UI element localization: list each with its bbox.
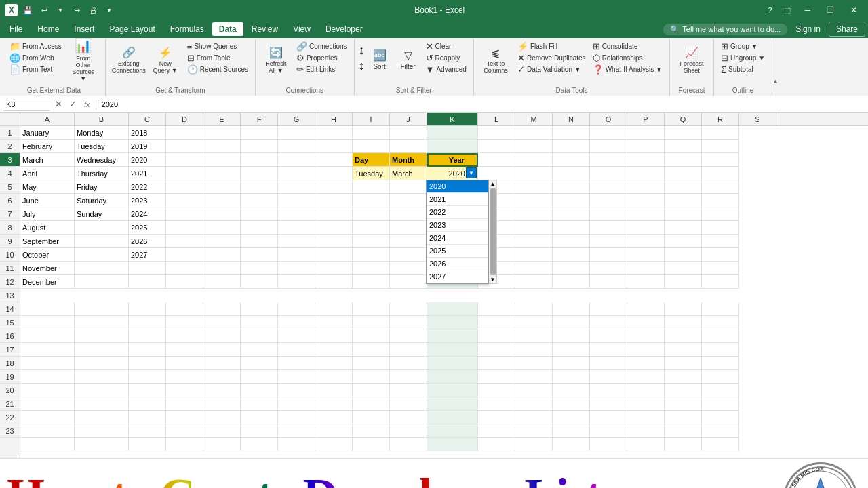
cell-c16[interactable] [129, 343, 166, 357]
cell-d8[interactable] [166, 221, 203, 235]
row-num-11[interactable]: 11 [0, 262, 20, 275]
row-num-23[interactable]: 23 [0, 424, 20, 438]
cell-c13[interactable] [129, 302, 166, 316]
save-icon[interactable]: 💾 [22, 4, 34, 16]
cell-m16[interactable] [515, 343, 553, 357]
cell-r7[interactable] [702, 207, 739, 221]
from-access-btn[interactable]: 📁 From Access [7, 41, 64, 52]
cell-o22[interactable] [590, 424, 627, 438]
cell-b9[interactable] [75, 235, 129, 248]
row-num-1[interactable]: 1 [0, 126, 20, 140]
cell-g11[interactable] [278, 262, 315, 275]
cell-h5[interactable] [315, 180, 353, 194]
cell-b12[interactable] [75, 275, 129, 289]
cell-m17[interactable] [515, 357, 553, 370]
cell-j22[interactable] [390, 424, 427, 438]
reapply-btn[interactable]: ↺ Reapply [423, 52, 469, 64]
cell-f17[interactable] [241, 357, 278, 370]
cell-r1[interactable] [702, 126, 739, 140]
edit-links-btn[interactable]: ✏ Edit Links [294, 64, 350, 75]
cell-d11[interactable] [166, 262, 203, 275]
cell-c4[interactable]: 2021 [129, 167, 166, 180]
cell-j7[interactable] [390, 207, 427, 221]
cell-d23[interactable] [166, 438, 203, 451]
sort-btn[interactable]: 🔤 Sort [366, 41, 393, 79]
cell-m6[interactable] [515, 194, 553, 207]
col-header-m[interactable]: M [515, 113, 553, 125]
row-num-20[interactable]: 20 [0, 384, 20, 397]
cell-o13[interactable] [590, 302, 627, 316]
cell-i18[interactable] [353, 370, 390, 384]
cell-p20[interactable] [627, 397, 665, 411]
cell-c12[interactable] [129, 275, 166, 289]
cell-j3-month[interactable]: Month [390, 153, 427, 167]
dropdown-item-2023[interactable]: 2023 [427, 219, 488, 232]
cell-c7[interactable]: 2024 [129, 207, 166, 221]
cell-p9[interactable] [627, 235, 665, 248]
cell-g10[interactable] [278, 248, 315, 262]
cell-o23[interactable] [590, 438, 627, 451]
cell-j19[interactable] [390, 384, 427, 397]
cell-r23[interactable] [702, 438, 739, 451]
cell-f20[interactable] [241, 397, 278, 411]
menu-formulas[interactable]: Formulas [163, 22, 211, 36]
cell-p5[interactable] [627, 180, 665, 194]
cell-r3[interactable] [702, 153, 739, 167]
properties-btn[interactable]: ⚙ Properties [294, 52, 350, 64]
cell-c3[interactable]: 2020 [129, 153, 166, 167]
cell-i20[interactable] [353, 397, 390, 411]
cell-j1[interactable] [390, 126, 427, 140]
cell-l16[interactable] [478, 343, 515, 357]
cell-k23[interactable] [427, 438, 478, 451]
cell-c21[interactable] [129, 411, 166, 424]
cell-d6[interactable] [166, 194, 203, 207]
cell-n18[interactable] [553, 370, 590, 384]
cell-f15[interactable] [241, 329, 278, 343]
cell-q3[interactable] [665, 153, 702, 167]
col-header-f[interactable]: F [241, 113, 278, 125]
cell-e21[interactable] [203, 411, 241, 424]
cell-i8[interactable] [353, 221, 390, 235]
cell-q6[interactable] [665, 194, 702, 207]
cell-n5[interactable] [553, 180, 590, 194]
cell-g22[interactable] [278, 424, 315, 438]
cell-d20[interactable] [166, 397, 203, 411]
cell-r13[interactable] [702, 302, 739, 316]
cell-m20[interactable] [515, 397, 553, 411]
cell-o1[interactable] [590, 126, 627, 140]
consolidate-btn[interactable]: ⊞ Consolidate [590, 41, 665, 52]
cell-k21[interactable] [427, 411, 478, 424]
cell-f13[interactable] [241, 302, 278, 316]
cell-p10[interactable] [627, 248, 665, 262]
cell-p22[interactable] [627, 424, 665, 438]
row-num-21[interactable]: 21 [0, 397, 20, 411]
menu-file[interactable]: File [3, 22, 29, 36]
cell-j10[interactable] [390, 248, 427, 262]
cell-n9[interactable] [553, 235, 590, 248]
menu-home[interactable]: Home [31, 22, 66, 36]
cell-g19[interactable] [278, 384, 315, 397]
cell-a15[interactable] [20, 329, 75, 343]
cell-m4[interactable] [515, 167, 553, 180]
cell-g16[interactable] [278, 343, 315, 357]
row-num-13[interactable]: 13 [0, 289, 20, 302]
cell-m10[interactable] [515, 248, 553, 262]
cell-k13[interactable] [427, 302, 478, 316]
cell-l4[interactable] [478, 167, 515, 180]
cell-l20[interactable] [478, 397, 515, 411]
cell-b1[interactable]: Monday [75, 126, 129, 140]
menu-review[interactable]: Review [245, 22, 285, 36]
cell-a14[interactable] [20, 316, 75, 329]
row-num-14[interactable]: 14 [0, 302, 20, 316]
cell-n10[interactable] [553, 248, 590, 262]
cell-r19[interactable] [702, 384, 739, 397]
cell-d19[interactable] [166, 384, 203, 397]
cell-q12[interactable] [665, 275, 702, 289]
menu-developer[interactable]: Developer [319, 22, 370, 36]
cell-e14[interactable] [203, 316, 241, 329]
cell-c20[interactable] [129, 397, 166, 411]
cell-g6[interactable] [278, 194, 315, 207]
cell-g13[interactable] [278, 302, 315, 316]
cell-a18[interactable] [20, 370, 75, 384]
cell-d2[interactable] [166, 140, 203, 153]
